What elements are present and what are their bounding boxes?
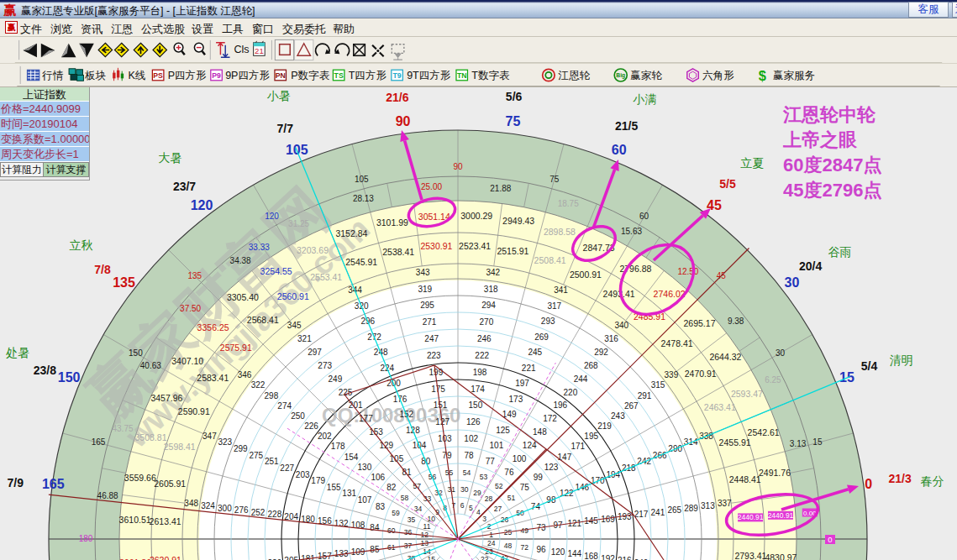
svg-text:298: 298	[265, 391, 279, 400]
svg-text:4: 4	[476, 508, 481, 516]
svg-text:15.63: 15.63	[621, 227, 642, 236]
svg-text:150: 150	[469, 400, 483, 410]
svg-text:T数字表: T数字表	[471, 70, 510, 81]
svg-text:126: 126	[466, 417, 481, 427]
svg-text:271: 271	[423, 317, 437, 327]
svg-text:PS: PS	[153, 71, 163, 80]
svg-text:2590.91: 2590.91	[178, 406, 210, 416]
svg-text:28: 28	[485, 495, 493, 503]
svg-text:处暑: 处暑	[5, 346, 29, 359]
svg-text:221: 221	[522, 364, 536, 373]
svg-text:15: 15	[428, 555, 436, 560]
svg-text:60: 60	[612, 143, 627, 157]
svg-text:5/4: 5/4	[861, 359, 878, 373]
svg-text:75: 75	[520, 483, 530, 492]
svg-text:3407.10: 3407.10	[171, 356, 203, 366]
svg-text:147: 147	[558, 453, 572, 462]
svg-text:75: 75	[506, 114, 521, 128]
svg-text:2593.47: 2593.47	[731, 389, 763, 399]
svg-text:赢家服务: 赢家服务	[773, 70, 815, 81]
svg-text:342: 342	[486, 268, 500, 277]
svg-text:294: 294	[481, 301, 496, 310]
svg-text:3152.84: 3152.84	[335, 228, 367, 238]
svg-text:2493.41: 2493.41	[603, 289, 635, 299]
svg-text:35: 35	[408, 516, 416, 524]
svg-text:2695.17: 2695.17	[684, 318, 716, 328]
svg-text:11: 11	[423, 522, 431, 531]
svg-text:3: 3	[482, 515, 486, 523]
svg-text:59: 59	[392, 509, 400, 517]
svg-text:124: 124	[523, 441, 537, 450]
svg-text:120: 120	[265, 212, 279, 221]
svg-text:120: 120	[191, 198, 213, 212]
svg-text:171: 171	[571, 442, 585, 451]
svg-text:96: 96	[537, 545, 547, 554]
svg-text:3305.40: 3305.40	[227, 292, 259, 302]
svg-text:2470.91: 2470.91	[685, 369, 717, 379]
svg-text:251: 251	[265, 457, 279, 466]
svg-text:144: 144	[567, 549, 581, 558]
svg-text:2560.91: 2560.91	[277, 291, 309, 301]
svg-text:300: 300	[218, 504, 232, 513]
svg-text:243: 243	[611, 411, 625, 421]
svg-text:220: 220	[564, 388, 578, 397]
svg-text:2949.43: 2949.43	[502, 216, 534, 226]
svg-text:30: 30	[785, 275, 800, 290]
svg-text:2538.41: 2538.41	[382, 247, 414, 257]
svg-text:270: 270	[480, 317, 494, 327]
svg-text:179: 179	[311, 476, 325, 485]
svg-text:大暑: 大暑	[159, 151, 182, 165]
svg-text:293: 293	[541, 317, 555, 326]
svg-text:2568.41: 2568.41	[247, 315, 279, 325]
svg-text:2583.41: 2583.41	[197, 373, 229, 383]
svg-text:37.50: 37.50	[180, 304, 201, 313]
svg-text:172: 172	[543, 414, 557, 423]
svg-text:TN: TN	[457, 71, 467, 80]
svg-text:2613.41: 2613.41	[150, 516, 181, 526]
svg-text:江恩轮: 江恩轮	[558, 70, 590, 81]
svg-text:3457.96: 3457.96	[150, 393, 182, 403]
svg-text:321: 321	[297, 334, 312, 343]
svg-text:276: 276	[234, 505, 249, 515]
svg-text:75: 75	[549, 175, 560, 184]
svg-text:3101.99: 3101.99	[376, 217, 408, 228]
svg-text:250: 250	[291, 411, 305, 421]
svg-text:立夏: 立夏	[740, 156, 764, 170]
svg-text:317: 317	[547, 301, 561, 311]
svg-text:2523.41: 2523.41	[459, 241, 491, 251]
svg-text:春分: 春分	[921, 474, 944, 488]
svg-text:202: 202	[318, 432, 332, 441]
svg-text:清明: 清明	[890, 353, 913, 367]
svg-text:2575.91: 2575.91	[220, 343, 252, 353]
svg-text:2440.91: 2440.91	[738, 513, 764, 521]
svg-text:275: 275	[249, 451, 263, 460]
svg-text:82: 82	[386, 483, 397, 492]
svg-text:$: $	[759, 68, 766, 83]
svg-text:9.38: 9.38	[728, 317, 744, 326]
svg-text:324: 324	[201, 501, 215, 510]
svg-text:K线: K线	[128, 70, 145, 81]
svg-text:90: 90	[453, 162, 463, 171]
svg-text:205: 205	[284, 556, 298, 560]
svg-text:348: 348	[184, 499, 198, 508]
svg-text:30: 30	[460, 485, 469, 494]
svg-text:120: 120	[551, 547, 565, 557]
svg-text:125: 125	[496, 426, 510, 435]
svg-text:345: 345	[287, 321, 302, 330]
svg-text:316: 316	[604, 334, 618, 343]
svg-text:322: 322	[251, 380, 266, 390]
svg-text:246: 246	[477, 334, 492, 343]
svg-text:28.13: 28.13	[353, 194, 374, 203]
svg-text:155: 155	[327, 483, 341, 492]
svg-text:227: 227	[280, 463, 294, 473]
svg-text:192: 192	[601, 554, 615, 560]
svg-text:226: 226	[304, 421, 318, 431]
svg-text:180: 180	[79, 534, 93, 543]
svg-text:102: 102	[464, 434, 478, 443]
svg-text:297: 297	[308, 348, 322, 357]
svg-text:21/6: 21/6	[386, 91, 408, 104]
svg-text:77: 77	[486, 457, 496, 466]
svg-text:289: 289	[684, 504, 698, 513]
svg-text:3051.14: 3051.14	[418, 212, 450, 222]
svg-text:51: 51	[507, 494, 516, 502]
